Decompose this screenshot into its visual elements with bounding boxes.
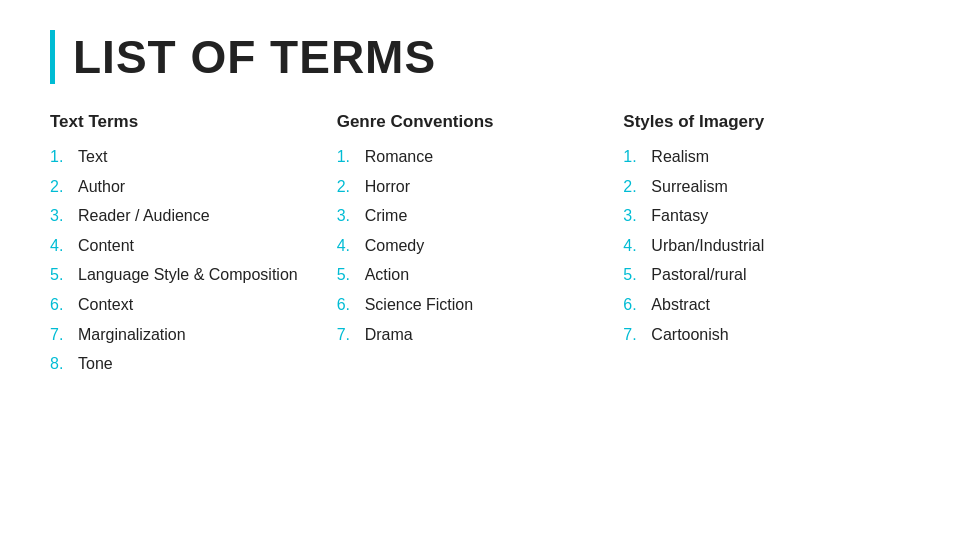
list-label: Action [365,264,409,286]
list-item: 3.Reader / Audience [50,205,317,227]
list-item: 1.Realism [623,146,890,168]
list-number: 4. [50,235,72,257]
list-label: Text [78,146,107,168]
list-label: Romance [365,146,433,168]
list-label: Urban/Industrial [651,235,764,257]
list-label: Cartoonish [651,324,728,346]
page: LIST OF TERMS Text Terms1.Text2.Author3.… [0,0,960,540]
list-number: 6. [337,294,359,316]
list-item: 1.Romance [337,146,604,168]
list-number: 5. [623,264,645,286]
list-item: 6.Context [50,294,317,316]
list-item: 5.Pastoral/rural [623,264,890,286]
column-text-terms: Text Terms1.Text2.Author3.Reader / Audie… [50,112,337,510]
list-number: 6. [50,294,72,316]
list-item: 4.Urban/Industrial [623,235,890,257]
list-label: Horror [365,176,410,198]
list-label: Author [78,176,125,198]
list-number: 6. [623,294,645,316]
list-item: 7.Cartoonish [623,324,890,346]
list-number: 3. [623,205,645,227]
list-number: 2. [623,176,645,198]
list-item: 7.Marginalization [50,324,317,346]
list-label: Crime [365,205,408,227]
list-number: 2. [337,176,359,198]
list-item: 8.Tone [50,353,317,375]
column-styles-of-imagery: Styles of Imagery1.Realism2.Surrealism3.… [623,112,910,510]
list-label: Context [78,294,133,316]
list-number: 3. [50,205,72,227]
list-number: 7. [623,324,645,346]
column-genre-conventions: Genre Conventions1.Romance2.Horror3.Crim… [337,112,624,510]
list-item: 6.Abstract [623,294,890,316]
list-label: Reader / Audience [78,205,210,227]
list-number: 4. [623,235,645,257]
page-title: LIST OF TERMS [73,30,436,84]
list-number: 3. [337,205,359,227]
list-item: 4.Content [50,235,317,257]
list-label: Pastoral/rural [651,264,746,286]
list-item: 2.Author [50,176,317,198]
list-item: 1.Text [50,146,317,168]
list-item: 3.Fantasy [623,205,890,227]
list-label: Tone [78,353,113,375]
list-number: 1. [50,146,72,168]
list-item: 3.Crime [337,205,604,227]
list-item: 6.Science Fiction [337,294,604,316]
list-label: Realism [651,146,709,168]
column-header-text-terms: Text Terms [50,112,317,136]
list-item: 5.Language Style & Composition [50,264,317,286]
list-number: 1. [623,146,645,168]
title-bar-accent [50,30,55,84]
list-label: Language Style & Composition [78,264,298,286]
content-columns: Text Terms1.Text2.Author3.Reader / Audie… [50,112,910,510]
list-label: Drama [365,324,413,346]
list-number: 7. [50,324,72,346]
list-number: 5. [50,264,72,286]
list-label: Content [78,235,134,257]
list-label: Marginalization [78,324,186,346]
list-item: 7.Drama [337,324,604,346]
list-number: 5. [337,264,359,286]
column-header-genre-conventions: Genre Conventions [337,112,604,136]
list-label: Abstract [651,294,710,316]
list-number: 4. [337,235,359,257]
list-label: Comedy [365,235,425,257]
list-label: Science Fiction [365,294,474,316]
list-item: 5.Action [337,264,604,286]
list-label: Surrealism [651,176,727,198]
list-number: 7. [337,324,359,346]
list-number: 1. [337,146,359,168]
title-section: LIST OF TERMS [50,30,910,84]
list-item: 2.Horror [337,176,604,198]
list-item: 4.Comedy [337,235,604,257]
column-header-styles-of-imagery: Styles of Imagery [623,112,890,136]
list-number: 2. [50,176,72,198]
list-label: Fantasy [651,205,708,227]
list-item: 2.Surrealism [623,176,890,198]
list-number: 8. [50,353,72,375]
